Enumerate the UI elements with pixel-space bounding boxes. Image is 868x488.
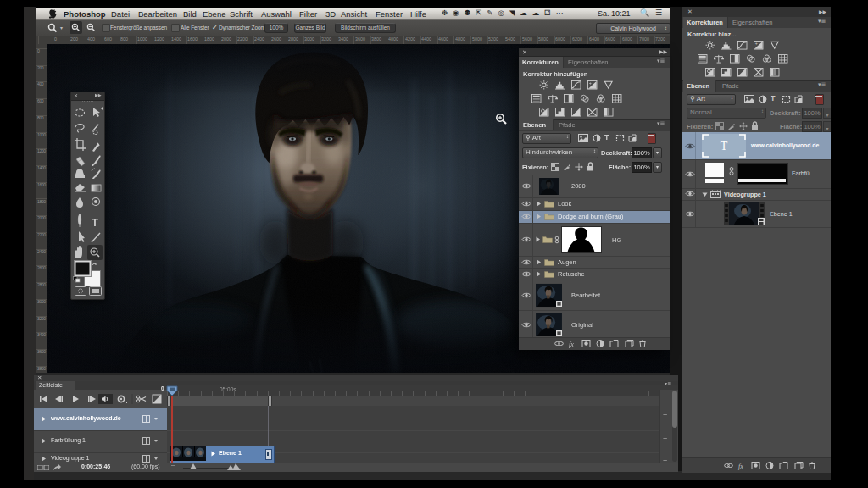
svg-text:+: + [755, 41, 758, 46]
svg-text:+: + [589, 80, 592, 86]
svg-text:T: T [721, 140, 728, 152]
svg-text:T: T [92, 216, 98, 229]
svg-text:fx: fx [738, 463, 743, 470]
svg-text:fx: fx [569, 341, 574, 348]
